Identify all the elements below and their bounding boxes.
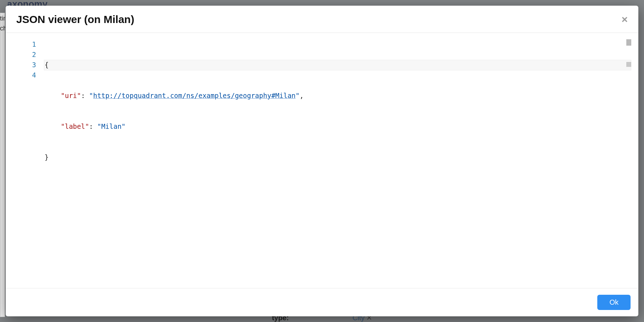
modal-title: JSON viewer (on Milan)	[16, 13, 134, 25]
ok-button[interactable]: Ok	[597, 295, 631, 310]
code-content: { "uri": "http://topquadrant.com/ns/exam…	[45, 39, 631, 284]
code-editor[interactable]: 1 2 3 4 { "uri": "http://topquadrant.com…	[20, 39, 631, 284]
json-key-label: "label"	[61, 122, 89, 130]
background-text-fragment: tir	[0, 15, 5, 22]
code-line: }	[45, 152, 631, 162]
json-close-brace: }	[45, 153, 48, 161]
json-viewer-modal: JSON viewer (on Milan) × 1 2 3 4 { "uri"…	[6, 6, 638, 316]
modal-header: JSON viewer (on Milan) ×	[6, 6, 638, 33]
close-icon: ×	[621, 13, 628, 25]
modal-footer: Ok	[6, 288, 638, 316]
background-bottom-row: type: City✕	[0, 316, 644, 322]
modal-body: 1 2 3 4 { "uri": "http://topquadrant.com…	[6, 33, 638, 288]
line-number: 2	[20, 50, 36, 60]
json-value-label: "Milan"	[97, 122, 126, 130]
line-number: 3	[20, 60, 36, 70]
code-line: {	[45, 60, 631, 70]
background-panel	[0, 13, 5, 317]
code-line: "label": "Milan"	[45, 121, 631, 132]
scrollbar-marker	[626, 62, 631, 67]
close-button[interactable]: ×	[621, 14, 628, 25]
json-open-brace: {	[45, 61, 48, 69]
line-number: 1	[20, 39, 36, 50]
line-number-gutter: 1 2 3 4	[20, 39, 45, 284]
editor-scrollbar[interactable]	[626, 39, 631, 242]
line-number: 4	[20, 70, 36, 80]
code-line: "uri": "http://topquadrant.com/ns/exampl…	[45, 91, 631, 101]
json-key-uri: "uri"	[61, 92, 81, 99]
json-value-uri: http://topquadrant.com/ns/examples/geogr…	[93, 92, 295, 99]
scrollbar-thumb[interactable]	[626, 39, 631, 46]
